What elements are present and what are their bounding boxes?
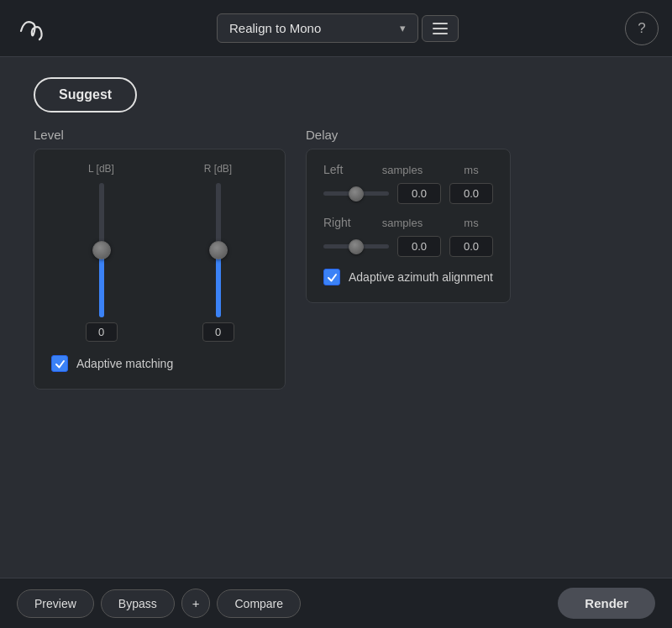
adaptive-matching-row: Adaptive matching <box>51 355 268 372</box>
right-delay-slider-row: 0.0 0.0 <box>323 236 493 257</box>
right-ms-value[interactable]: 0.0 <box>449 236 493 257</box>
right-ms-unit: ms <box>449 217 493 229</box>
bypass-button[interactable]: Bypass <box>101 589 175 618</box>
suggest-button[interactable]: Suggest <box>34 77 137 113</box>
left-delay-row: Left samples ms 0.0 0.0 <box>323 163 493 204</box>
footer: Preview Bypass + Compare Render <box>0 578 672 628</box>
adaptive-azimuth-checkbox[interactable] <box>323 269 340 285</box>
left-samples-value[interactable]: 0.0 <box>397 183 441 204</box>
left-delay-values: 0.0 0.0 <box>397 183 493 204</box>
app-logo <box>13 10 50 47</box>
menu-bar-3 <box>433 33 448 34</box>
left-delay-thumb[interactable] <box>349 186 364 201</box>
right-delay-units: samples ms <box>381 217 493 229</box>
right-slider-thumb[interactable] <box>209 241 228 259</box>
main-content: Suggest Level L [dB] 0 <box>0 57 672 410</box>
right-slider-container[interactable] <box>207 183 230 317</box>
right-samples-unit: samples <box>381 217 424 229</box>
level-label: Level <box>34 128 286 142</box>
chevron-down-icon: ▾ <box>400 22 406 34</box>
preset-dropdown[interactable]: Realign to Mono ▾ <box>217 13 418 43</box>
left-delay-slider-row: 0.0 0.0 <box>323 183 493 204</box>
delay-section: Delay Left samples ms <box>306 128 511 303</box>
left-value-box[interactable]: 0 <box>86 322 118 342</box>
left-delay-label: Left <box>323 163 365 176</box>
left-slider-thumb[interactable] <box>92 241 111 259</box>
menu-bar-2 <box>433 28 448 29</box>
preset-label: Realign to Mono <box>229 21 321 35</box>
left-channel-slider: L [dB] 0 <box>86 163 118 342</box>
right-channel-label: R [dB] <box>204 163 232 175</box>
adaptive-matching-checkbox[interactable] <box>51 355 68 372</box>
sliders-row: L [dB] 0 R [dB] <box>51 163 268 342</box>
right-delay-row: Right samples ms 0.0 0.0 <box>323 216 493 257</box>
left-delay-units: samples ms <box>381 164 493 176</box>
plus-button[interactable]: + <box>181 589 211 618</box>
help-button[interactable]: ? <box>625 12 659 45</box>
right-value-box[interactable]: 0 <box>202 322 234 342</box>
left-delay-slider[interactable] <box>323 186 389 201</box>
header-center: Realign to Mono ▾ <box>217 13 459 43</box>
menu-bar-1 <box>433 23 448 24</box>
level-section: Level L [dB] 0 R [dB] <box>34 128 286 390</box>
delay-panel: Left samples ms 0.0 0.0 <box>306 149 511 303</box>
left-slider-container[interactable] <box>90 183 113 317</box>
preview-button[interactable]: Preview <box>17 589 94 618</box>
right-delay-thumb[interactable] <box>349 239 364 254</box>
left-slider-fill <box>99 250 104 317</box>
right-channel-slider: R [dB] 0 <box>202 163 234 342</box>
render-button[interactable]: Render <box>558 588 655 619</box>
adaptive-matching-label: Adaptive matching <box>76 357 173 370</box>
left-delay-header: Left samples ms <box>323 163 493 176</box>
panels-row: Level L [dB] 0 R [dB] <box>34 128 638 390</box>
menu-button[interactable] <box>422 15 459 42</box>
compare-button[interactable]: Compare <box>217 589 301 618</box>
right-slider-fill <box>216 250 221 317</box>
left-samples-unit: samples <box>381 164 424 176</box>
left-channel-label: L [dB] <box>88 163 114 175</box>
left-ms-unit: ms <box>449 164 493 176</box>
adaptive-azimuth-label: Adaptive azimuth alignment <box>349 270 493 284</box>
right-delay-values: 0.0 0.0 <box>397 236 493 257</box>
right-delay-header: Right samples ms <box>323 216 493 229</box>
delay-label: Delay <box>306 128 511 142</box>
right-delay-slider[interactable] <box>323 239 389 254</box>
header: Realign to Mono ▾ ? <box>0 0 672 57</box>
right-delay-label: Right <box>323 216 365 229</box>
level-panel: L [dB] 0 R [dB] <box>34 149 286 390</box>
left-ms-value[interactable]: 0.0 <box>449 183 493 204</box>
right-samples-value[interactable]: 0.0 <box>397 236 441 257</box>
adaptive-azimuth-row: Adaptive azimuth alignment <box>323 269 493 285</box>
